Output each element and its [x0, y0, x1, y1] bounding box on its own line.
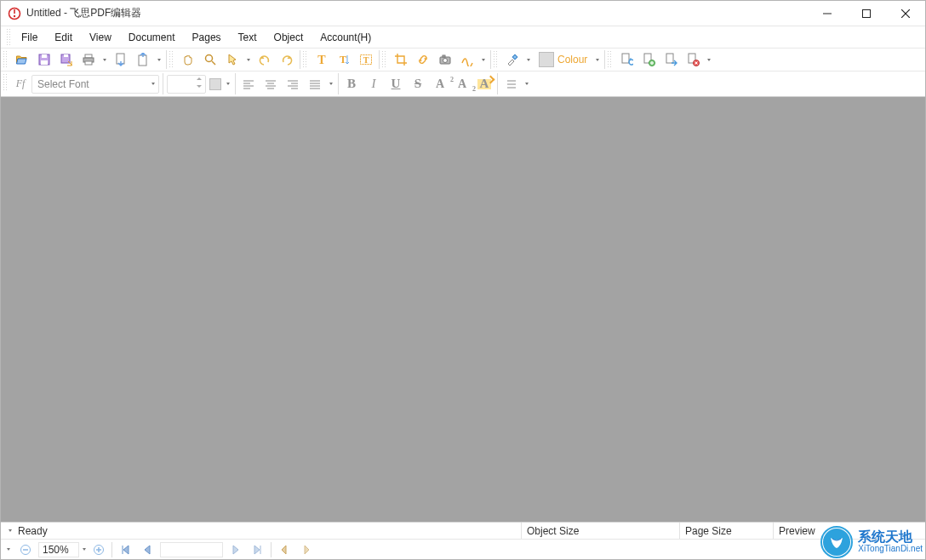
- menu-document[interactable]: Document: [120, 28, 184, 47]
- last-page-icon[interactable]: [249, 540, 267, 559]
- page-dropdown[interactable]: [156, 50, 163, 69]
- status-preview: Preview: [779, 525, 815, 537]
- subscript-button[interactable]: A2: [453, 75, 472, 94]
- save-icon[interactable]: [35, 50, 54, 69]
- strikethrough-button[interactable]: S: [409, 75, 427, 94]
- page-group: [614, 50, 716, 69]
- status-expand-icon[interactable]: [6, 529, 14, 532]
- object-dropdown[interactable]: [480, 50, 487, 69]
- import-page-icon[interactable]: [111, 50, 130, 69]
- document-area[interactable]: [1, 97, 925, 522]
- app-icon: [8, 7, 21, 20]
- svg-rect-24: [443, 55, 445, 57]
- italic-button[interactable]: I: [364, 75, 383, 94]
- page-group-dropdown[interactable]: [706, 50, 712, 69]
- link-icon[interactable]: [414, 50, 432, 69]
- align-justify-icon[interactable]: [306, 75, 324, 94]
- eyedropper-dropdown[interactable]: [525, 50, 532, 69]
- svg-line-17: [212, 61, 215, 65]
- font-grip[interactable]: [3, 73, 8, 92]
- first-page-icon[interactable]: [116, 540, 134, 559]
- font-color-dropdown[interactable]: [225, 75, 232, 94]
- svg-rect-29: [666, 54, 673, 63]
- toolbar6-grip[interactable]: [607, 50, 612, 69]
- align-dropdown[interactable]: [328, 75, 334, 94]
- zoom-field[interactable]: 150%: [38, 542, 79, 557]
- print-dropdown[interactable]: [101, 50, 108, 69]
- menubar-grip[interactable]: [6, 28, 11, 47]
- line-spacing-icon[interactable]: [501, 75, 520, 94]
- open-icon[interactable]: [13, 50, 31, 69]
- text-tool-icon[interactable]: T: [312, 50, 331, 69]
- font-selector[interactable]: Select Font: [31, 75, 159, 94]
- zoom-out-icon[interactable]: [16, 540, 35, 559]
- page-refresh-icon[interactable]: [617, 50, 636, 69]
- export-page-icon[interactable]: [134, 50, 152, 69]
- camera-icon[interactable]: [436, 50, 454, 69]
- page-add-icon[interactable]: [639, 50, 658, 69]
- align-right-icon[interactable]: [283, 75, 302, 94]
- status-object-size: Object Size: [527, 525, 579, 537]
- watermark-en: XiTongTianDi.net: [858, 545, 923, 554]
- next-page-icon[interactable]: [226, 540, 245, 559]
- highlight-button[interactable]: A: [475, 75, 494, 94]
- next-view-icon[interactable]: [297, 540, 316, 559]
- menu-edit[interactable]: Edit: [46, 28, 81, 47]
- minimize-button[interactable]: [808, 1, 847, 26]
- toolbar5-grip[interactable]: [493, 50, 498, 69]
- crop-icon[interactable]: [392, 50, 410, 69]
- toolbar1-grip[interactable]: [3, 50, 8, 69]
- close-button[interactable]: [886, 1, 925, 26]
- svg-rect-8: [41, 60, 48, 65]
- menu-view[interactable]: View: [81, 28, 120, 47]
- undo-icon[interactable]: [255, 50, 274, 69]
- menu-text[interactable]: Text: [230, 28, 266, 47]
- nav-expand-icon[interactable]: [4, 548, 13, 551]
- page-export-icon[interactable]: [661, 50, 680, 69]
- text-box-icon[interactable]: T: [357, 50, 375, 69]
- svg-rect-7: [42, 54, 47, 58]
- redo-icon[interactable]: [277, 50, 296, 69]
- prev-page-icon[interactable]: [138, 540, 157, 559]
- spacing-dropdown[interactable]: [523, 75, 530, 94]
- tools-group: [175, 50, 300, 69]
- status-bar: Ready Object Size Page Size Preview: [1, 522, 925, 539]
- underline-button[interactable]: U: [386, 75, 405, 94]
- status-page-size: Page Size: [685, 525, 732, 537]
- page-delete-icon[interactable]: [683, 50, 702, 69]
- zoom-icon[interactable]: [201, 50, 220, 69]
- eyedropper-icon[interactable]: [503, 50, 522, 69]
- zoom-dropdown[interactable]: [83, 548, 86, 551]
- save-as-icon[interactable]: [57, 50, 76, 69]
- bold-button[interactable]: B: [342, 75, 361, 94]
- superscript-button[interactable]: A2: [431, 75, 449, 94]
- toolbar2-grip[interactable]: [169, 50, 174, 69]
- vertical-text-icon[interactable]: T: [334, 50, 353, 69]
- font-size-selector[interactable]: [167, 75, 206, 94]
- zoom-in-icon[interactable]: [89, 540, 108, 559]
- print-icon[interactable]: [79, 50, 98, 69]
- colour-dropdown[interactable]: [594, 50, 601, 69]
- path-icon[interactable]: [458, 50, 477, 69]
- window-title: Untitled - 飞思PDF编辑器: [26, 6, 141, 20]
- font-color-swatch-icon[interactable]: [209, 78, 221, 90]
- align-left-icon[interactable]: [239, 75, 258, 94]
- align-center-icon[interactable]: [261, 75, 280, 94]
- toolbar3-grip[interactable]: [302, 50, 307, 69]
- svg-rect-13: [85, 61, 92, 65]
- prev-view-icon[interactable]: [275, 540, 294, 559]
- colour-swatch-icon: [539, 52, 554, 67]
- maximize-button[interactable]: [847, 1, 886, 26]
- menu-pages[interactable]: Pages: [184, 28, 230, 47]
- pointer-dropdown[interactable]: [245, 50, 252, 69]
- toolbar4-grip[interactable]: [381, 50, 386, 69]
- colour-button[interactable]: Colour: [535, 50, 591, 69]
- zoom-value: 150%: [43, 544, 69, 556]
- menu-object[interactable]: Object: [266, 28, 312, 47]
- menu-account[interactable]: Account(H): [312, 28, 380, 47]
- pointer-icon[interactable]: [223, 50, 242, 69]
- hand-icon[interactable]: [179, 50, 197, 69]
- page-field[interactable]: [160, 542, 223, 557]
- align-section: [236, 73, 339, 94]
- menu-file[interactable]: File: [13, 28, 46, 47]
